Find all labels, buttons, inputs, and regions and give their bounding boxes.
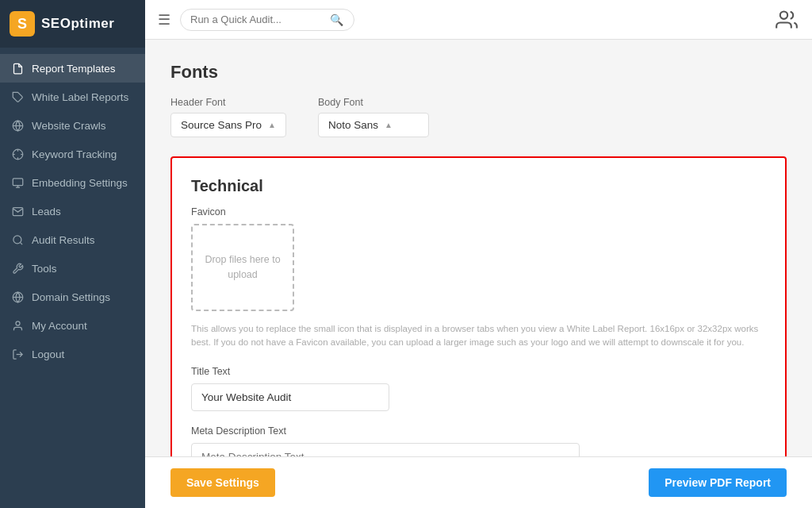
- svg-rect-10: [13, 178, 23, 185]
- technical-section: Technical Favicon Drop files here to upl…: [170, 156, 787, 456]
- sidebar-item-tools[interactable]: Tools: [0, 254, 145, 283]
- technical-title: Technical: [191, 177, 766, 195]
- search-bar[interactable]: 🔍: [180, 9, 354, 31]
- embed-icon: [11, 176, 24, 189]
- svg-line-14: [20, 242, 22, 244]
- sidebar-label-keyword-tracking: Keyword Tracking: [32, 148, 117, 160]
- search-magnifier-icon: 🔍: [330, 13, 343, 26]
- body-font-label: Body Font: [318, 97, 429, 108]
- sidebar-label-my-account: My Account: [32, 320, 87, 332]
- sidebar-nav: Report Templates White Label Reports Web…: [0, 48, 145, 375]
- title-text-field: Title Text: [191, 366, 766, 411]
- drop-text: Drop files here to upload: [201, 252, 285, 283]
- sidebar-item-my-account[interactable]: My Account: [0, 311, 145, 340]
- svg-point-17: [16, 321, 20, 325]
- preview-button[interactable]: Preview PDF Report: [649, 468, 787, 497]
- topbar: ☰ 🔍: [145, 0, 812, 40]
- meta-description-input[interactable]: [191, 443, 580, 457]
- sidebar-item-logout[interactable]: Logout: [0, 340, 145, 368]
- favicon-field: Favicon Drop files here to upload This a…: [191, 206, 766, 350]
- header-font-label: Header Font: [170, 97, 286, 108]
- search-icon: [11, 233, 24, 246]
- sidebar-label-report-templates: Report Templates: [32, 63, 116, 75]
- header-font-dropdown[interactable]: Source Sans Pro ▲: [170, 113, 286, 137]
- file-icon: [11, 62, 24, 75]
- page-content: Fonts Header Font Source Sans Pro ▲ Body…: [145, 40, 812, 456]
- search-input[interactable]: [190, 13, 325, 25]
- tag-icon: [11, 90, 24, 103]
- sidebar-label-domain-settings: Domain Settings: [32, 291, 110, 303]
- globe-icon: [11, 119, 24, 132]
- save-button[interactable]: Save Settings: [170, 468, 275, 497]
- fonts-section: Header Font Source Sans Pro ▲ Body Font …: [170, 97, 787, 137]
- body-font-arrow: ▲: [385, 121, 393, 129]
- sidebar: S SEOptimer Report Templates White Label…: [0, 0, 145, 508]
- title-text-input[interactable]: [191, 383, 389, 411]
- envelope-icon: [11, 205, 24, 217]
- tool-icon: [11, 262, 24, 275]
- favicon-description: This allows you to replace the small ico…: [191, 322, 766, 350]
- header-font-group: Header Font Source Sans Pro ▲: [170, 97, 286, 137]
- title-text-label: Title Text: [191, 366, 766, 377]
- header-font-arrow: ▲: [268, 121, 276, 129]
- header-font-value: Source Sans Pro: [181, 119, 262, 131]
- sidebar-item-embedding-settings[interactable]: Embedding Settings: [0, 168, 145, 197]
- sidebar-label-embedding-settings: Embedding Settings: [32, 177, 128, 189]
- sidebar-item-domain-settings[interactable]: Domain Settings: [0, 283, 145, 311]
- fonts-title: Fonts: [170, 62, 787, 83]
- sidebar-label-white-label: White Label Reports: [32, 91, 128, 103]
- sidebar-label-logout: Logout: [32, 348, 64, 360]
- sidebar-item-leads[interactable]: Leads: [0, 197, 145, 225]
- sidebar-logo: S SEOptimer: [0, 0, 145, 48]
- app-name: SEOptimer: [41, 16, 114, 32]
- body-font-dropdown[interactable]: Noto Sans ▲: [318, 113, 429, 137]
- svg-point-19: [780, 11, 787, 18]
- svg-point-13: [13, 235, 21, 243]
- bottom-bar: Save Settings Preview PDF Report: [145, 456, 812, 508]
- sidebar-label-audit-results: Audit Results: [32, 234, 95, 246]
- svg-text:S: S: [17, 16, 27, 32]
- globe2-icon: [11, 291, 24, 303]
- favicon-label: Favicon: [191, 206, 766, 217]
- sidebar-item-website-crawls[interactable]: Website Crawls: [0, 111, 145, 140]
- body-font-value: Noto Sans: [328, 119, 378, 131]
- meta-description-label: Meta Description Text: [191, 425, 766, 437]
- hamburger-icon[interactable]: ☰: [158, 11, 170, 29]
- sidebar-item-white-label-reports[interactable]: White Label Reports: [0, 83, 145, 111]
- crosshair-icon: [11, 148, 24, 160]
- sidebar-label-website-crawls: Website Crawls: [32, 120, 106, 132]
- sidebar-item-keyword-tracking[interactable]: Keyword Tracking: [0, 140, 145, 168]
- sidebar-label-leads: Leads: [32, 206, 61, 217]
- favicon-dropzone[interactable]: Drop files here to upload: [191, 224, 294, 311]
- sidebar-item-report-templates[interactable]: Report Templates: [0, 54, 145, 83]
- avatar-icon[interactable]: [774, 7, 799, 33]
- logout-icon: [11, 348, 24, 360]
- main-area: ☰ 🔍 Fonts Header Font Source Sans Pro ▲: [145, 0, 812, 508]
- sidebar-label-tools: Tools: [32, 263, 57, 275]
- meta-description-field: Meta Description Text: [191, 425, 766, 457]
- sidebar-item-audit-results[interactable]: Audit Results: [0, 225, 145, 254]
- logo-icon: S: [10, 11, 35, 37]
- account-icon: [11, 319, 24, 332]
- body-font-group: Body Font Noto Sans ▲: [318, 97, 429, 137]
